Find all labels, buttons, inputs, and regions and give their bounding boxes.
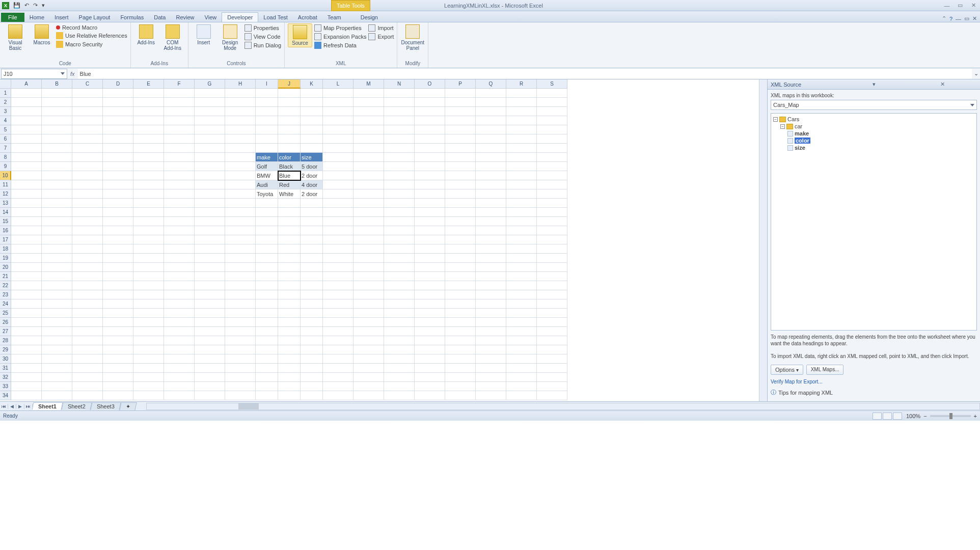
cell-C26[interactable]: [72, 318, 103, 327]
cell-Q1[interactable]: [476, 89, 506, 98]
cell-B20[interactable]: [42, 263, 72, 272]
cell-B24[interactable]: [42, 299, 72, 309]
cell-J31[interactable]: [278, 364, 301, 373]
cell-D13[interactable]: [103, 199, 133, 208]
cell-O31[interactable]: [415, 364, 445, 373]
cell-B16[interactable]: [42, 226, 72, 235]
row-header-18[interactable]: 18: [0, 244, 11, 254]
row-header-9[interactable]: 9: [0, 162, 11, 171]
cell-O15[interactable]: [415, 217, 445, 226]
source-button[interactable]: Source: [288, 23, 312, 47]
cell-D2[interactable]: [103, 98, 133, 107]
cell-I22[interactable]: [256, 281, 278, 290]
cell-B3[interactable]: [42, 107, 72, 116]
cell-A28[interactable]: [11, 336, 42, 345]
addins-button[interactable]: Add-Ins: [134, 23, 158, 46]
row-header-7[interactable]: 7: [0, 144, 11, 153]
cell-E3[interactable]: [133, 107, 164, 116]
cell-M19[interactable]: [353, 254, 384, 263]
cell-J14[interactable]: [278, 208, 301, 217]
cell-E33[interactable]: [133, 382, 164, 391]
cell-S18[interactable]: [537, 244, 567, 254]
cell-K1[interactable]: [301, 89, 323, 98]
formula-input[interactable]: [78, 69, 972, 79]
cell-I8[interactable]: make: [256, 153, 278, 162]
cell-I19[interactable]: [256, 254, 278, 263]
cell-A11[interactable]: [11, 180, 42, 189]
tab-design[interactable]: Design: [356, 13, 383, 22]
cell-Q6[interactable]: [476, 134, 506, 144]
cell-M5[interactable]: [353, 125, 384, 134]
cell-C21[interactable]: [72, 272, 103, 281]
cell-F14[interactable]: [164, 208, 195, 217]
cell-P31[interactable]: [445, 364, 476, 373]
row-header-3[interactable]: 3: [0, 107, 11, 116]
cell-A24[interactable]: [11, 299, 42, 309]
cell-M12[interactable]: [353, 189, 384, 199]
cell-N7[interactable]: [384, 144, 415, 153]
cell-H2[interactable]: [225, 98, 256, 107]
cell-P25[interactable]: [445, 309, 476, 318]
cell-C31[interactable]: [72, 364, 103, 373]
cell-N1[interactable]: [384, 89, 415, 98]
cell-R24[interactable]: [506, 299, 537, 309]
row-header-26[interactable]: 26: [0, 318, 11, 327]
cell-E12[interactable]: [133, 189, 164, 199]
cell-O8[interactable]: [415, 153, 445, 162]
cell-C8[interactable]: [72, 153, 103, 162]
cell-L27[interactable]: [323, 327, 353, 336]
xml-tree[interactable]: −Cars −car make color size: [771, 113, 977, 331]
cell-B26[interactable]: [42, 318, 72, 327]
cell-O20[interactable]: [415, 263, 445, 272]
tab-review[interactable]: Review: [171, 13, 199, 22]
cell-G16[interactable]: [195, 226, 225, 235]
cell-K22[interactable]: [301, 281, 323, 290]
cell-B27[interactable]: [42, 327, 72, 336]
cell-J17[interactable]: [278, 235, 301, 244]
cell-N30[interactable]: [384, 354, 415, 364]
cell-L29[interactable]: [323, 345, 353, 354]
name-box[interactable]: J10: [1, 69, 67, 79]
cell-B11[interactable]: [42, 180, 72, 189]
cell-G20[interactable]: [195, 263, 225, 272]
tree-node-size[interactable]: size: [773, 144, 974, 151]
col-header-E[interactable]: E: [133, 79, 164, 89]
cell-M32[interactable]: [353, 373, 384, 382]
cell-A3[interactable]: [11, 107, 42, 116]
cell-M13[interactable]: [353, 199, 384, 208]
cell-M9[interactable]: [353, 162, 384, 171]
cell-L2[interactable]: [323, 98, 353, 107]
col-header-M[interactable]: M: [353, 79, 384, 89]
cell-M17[interactable]: [353, 235, 384, 244]
row-header-6[interactable]: 6: [0, 134, 11, 144]
cell-D20[interactable]: [103, 263, 133, 272]
cell-J3[interactable]: [278, 107, 301, 116]
cell-E8[interactable]: [133, 153, 164, 162]
cell-N25[interactable]: [384, 309, 415, 318]
cell-C29[interactable]: [72, 345, 103, 354]
cell-H11[interactable]: [225, 180, 256, 189]
cell-H31[interactable]: [225, 364, 256, 373]
options-button[interactable]: Options ▾: [771, 365, 803, 375]
cell-R18[interactable]: [506, 244, 537, 254]
cell-H12[interactable]: [225, 189, 256, 199]
cell-Q34[interactable]: [476, 391, 506, 400]
cell-I20[interactable]: [256, 263, 278, 272]
cell-L11[interactable]: [323, 180, 353, 189]
visual-basic-button[interactable]: Visual Basic: [3, 23, 28, 52]
cell-I24[interactable]: [256, 299, 278, 309]
cell-K16[interactable]: [301, 226, 323, 235]
cell-E17[interactable]: [133, 235, 164, 244]
cell-D32[interactable]: [103, 373, 133, 382]
cell-D31[interactable]: [103, 364, 133, 373]
col-header-N[interactable]: N: [384, 79, 415, 89]
cell-A19[interactable]: [11, 254, 42, 263]
cell-M22[interactable]: [353, 281, 384, 290]
cell-P16[interactable]: [445, 226, 476, 235]
cell-E22[interactable]: [133, 281, 164, 290]
col-header-R[interactable]: R: [506, 79, 537, 89]
cell-C5[interactable]: [72, 125, 103, 134]
cell-F9[interactable]: [164, 162, 195, 171]
cell-I25[interactable]: [256, 309, 278, 318]
view-layout-icon[interactable]: [883, 413, 892, 420]
